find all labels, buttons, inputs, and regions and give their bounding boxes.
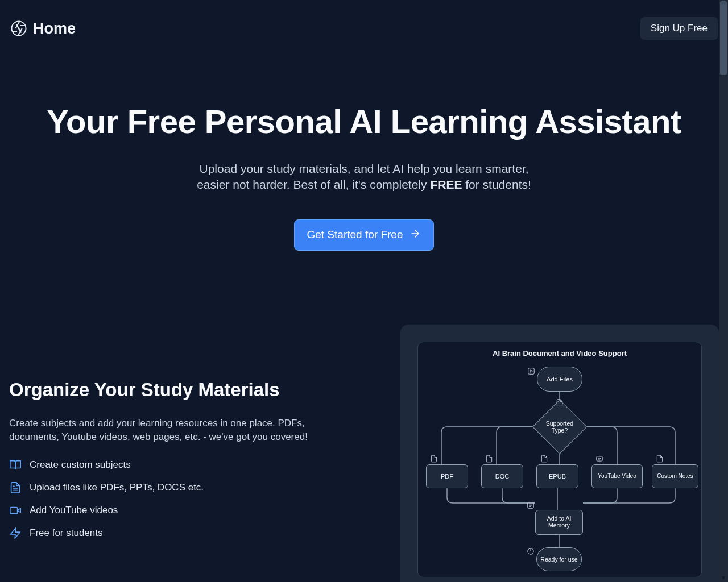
hero-subtitle: Upload your study materials, and let AI … (0, 161, 728, 193)
hero-subtitle-prefix: easier not harder. Best of all, it's com… (197, 178, 430, 191)
flow-node-memory: Add to AI Memory (535, 510, 583, 535)
feature-list: Create custom subjects Upload files like… (9, 459, 345, 539)
feature-item-youtube: Add YouTube videos (9, 504, 345, 517)
svg-marker-7 (11, 528, 20, 538)
feature-label: Create custom subjects (30, 459, 131, 471)
flow-node-doc: DOC (481, 464, 523, 488)
diagram-panel: AI Brain Document and Video Support (400, 325, 719, 582)
flow-node-label: Add to AI Memory (539, 516, 579, 529)
document-icon (485, 455, 493, 463)
flow-node-youtube: YouTube Video (592, 464, 643, 488)
header: Home Sign Up Free (0, 0, 728, 45)
flow-node-label: DOC (495, 473, 509, 480)
flow-node-pdf: PDF (426, 464, 468, 488)
document-icon (556, 398, 564, 406)
video-icon (595, 455, 603, 463)
document-icon (540, 455, 548, 463)
scrollbar-down-button[interactable]: ▼ (719, 573, 728, 582)
book-icon (9, 459, 22, 471)
flow-node-label: EPUB (549, 473, 566, 480)
flow-node-label: Ready for use (540, 556, 577, 563)
svg-marker-11 (599, 458, 601, 460)
diagram-title: AI Brain Document and Video Support (425, 349, 694, 357)
hero-subtitle-line1: Upload your study materials, and let AI … (0, 161, 728, 177)
organize-section: Organize Your Study Materials Create sub… (0, 325, 728, 582)
bolt-icon (9, 527, 22, 539)
power-icon (527, 547, 535, 555)
diagram-inner: AI Brain Document and Video Support (417, 342, 702, 577)
page-title: Home (33, 20, 76, 38)
scrollbar-track[interactable]: ▼ (719, 0, 728, 582)
scrollbar-thumb[interactable] (720, 1, 727, 75)
svg-rect-10 (597, 456, 603, 461)
flow-node-ready: Ready for use (536, 547, 582, 571)
hero-subtitle-free: FREE (430, 178, 462, 191)
hero: Your Free Personal AI Learning Assistant… (0, 102, 728, 251)
file-icon (9, 481, 22, 494)
document-icon (656, 455, 664, 463)
feature-label: Free for students (30, 527, 103, 539)
feature-label: Add YouTube videos (30, 505, 118, 516)
hero-subtitle-suffix: for students! (462, 178, 531, 191)
organize-title: Organize Your Study Materials (9, 379, 345, 401)
organize-text: Organize Your Study Materials Create sub… (9, 379, 345, 539)
flow-node-epub: EPUB (536, 464, 578, 488)
svg-rect-5 (10, 507, 18, 513)
signup-button[interactable]: Sign Up Free (640, 17, 718, 40)
feature-item-upload: Upload files like PDFs, PPTs, DOCS etc. (9, 481, 345, 494)
get-started-button[interactable]: Get Started for Free (294, 219, 435, 251)
list-icon (527, 501, 535, 509)
aperture-icon (10, 20, 27, 37)
header-left: Home (10, 20, 76, 38)
hero-title: Your Free Personal AI Learning Assistant (0, 102, 728, 140)
get-started-label: Get Started for Free (307, 228, 403, 241)
feature-label: Upload files like PDFs, PPTs, DOCS etc. (30, 482, 204, 493)
flow-node-label: Custom Notes (657, 473, 693, 479)
document-icon (430, 455, 438, 463)
svg-marker-9 (531, 369, 533, 372)
flowchart: Add Files Supported Type? PDF DOC (426, 363, 693, 568)
flow-node-notes: Custom Notes (652, 464, 698, 488)
svg-rect-8 (528, 368, 535, 374)
arrow-right-icon (410, 228, 421, 242)
feature-item-subjects: Create custom subjects (9, 459, 345, 471)
flow-node-label: Supported Type? (541, 420, 578, 434)
hero-subtitle-line2: easier not harder. Best of all, it's com… (0, 177, 728, 193)
video-icon (9, 504, 22, 517)
organize-description: Create subjects and add your learning re… (9, 417, 345, 444)
flow-node-label: PDF (441, 473, 453, 480)
play-icon (527, 367, 535, 375)
flow-node-add-files: Add Files (537, 367, 582, 392)
flow-node-label: Add Files (547, 376, 573, 383)
feature-item-free: Free for students (9, 527, 345, 539)
flow-node-label: YouTube Video (598, 473, 636, 479)
